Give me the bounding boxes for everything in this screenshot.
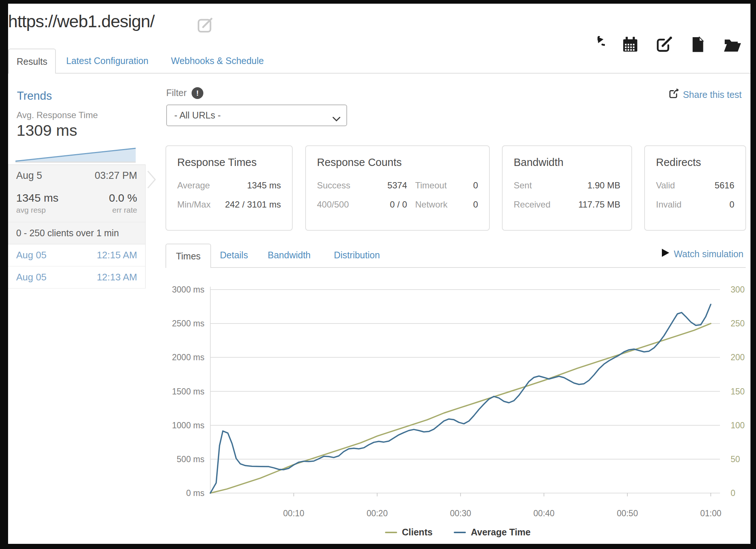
- svg-text:1500 ms: 1500 ms: [172, 387, 204, 396]
- svg-text:00:30: 00:30: [450, 509, 471, 518]
- tab-webhooks-schedule[interactable]: Webhooks & Schedule: [171, 49, 264, 73]
- watch-simulation-link[interactable]: Watch simulation: [662, 244, 743, 264]
- chevron-down-icon: [332, 113, 340, 124]
- clients-summary: 0 - 250 clients over 1 min: [8, 222, 146, 244]
- history-run-item[interactable]: Aug 05 12:13 AM: [8, 266, 146, 288]
- url-filter-select[interactable]: - All URLs -: [166, 105, 347, 126]
- stat-value: 5374: [356, 180, 407, 191]
- stat-value: 0: [730, 199, 734, 210]
- card-bandwidth: Bandwidth Sent 1.90 MB Received 117.75 M…: [502, 145, 632, 231]
- stat-value: 1.90 MB: [588, 180, 620, 191]
- main-tab-bar: Results Latest Configuration Webhooks & …: [8, 49, 750, 74]
- history-run-date: Aug 05: [16, 249, 46, 261]
- stat-value: 0: [451, 180, 478, 191]
- selected-run-date: Aug 5: [16, 170, 42, 181]
- avg-response-time-label: Avg. Response Time: [17, 110, 98, 120]
- history-run-item[interactable]: Aug 05 12:15 AM: [8, 244, 146, 266]
- history-run-time: 12:15 AM: [97, 249, 137, 261]
- legend-label: Average Time: [471, 527, 531, 538]
- svg-text:500 ms: 500 ms: [177, 454, 204, 464]
- stat-label: Timeout: [407, 180, 451, 191]
- svg-text:1000 ms: 1000 ms: [172, 421, 204, 430]
- stat-label: Invalid: [656, 199, 681, 210]
- edit-url-icon[interactable]: [197, 16, 214, 33]
- svg-text:00:20: 00:20: [367, 509, 388, 518]
- share-label: Share this test: [683, 89, 742, 100]
- history-run-time: 12:13 AM: [97, 272, 137, 283]
- svg-text:3000 ms: 3000 ms: [172, 285, 204, 294]
- svg-text:01:00: 01:00: [700, 509, 721, 518]
- stat-value: 0 / 0: [356, 199, 407, 210]
- history-run-date: Aug 05: [16, 272, 46, 283]
- legend-item-clients: Clients: [385, 527, 432, 538]
- card-title: Response Counts: [317, 156, 478, 169]
- stat-value: 117.75 MB: [578, 199, 620, 210]
- clients-legend-dash: [385, 532, 397, 533]
- chart-tab-times[interactable]: Times: [165, 244, 211, 268]
- svg-text:300: 300: [731, 285, 745, 294]
- tab-latest-configuration[interactable]: Latest Configuration: [66, 49, 149, 73]
- svg-text:150: 150: [731, 387, 745, 396]
- svg-text:0 ms: 0 ms: [186, 488, 204, 498]
- chart-tab-distribution[interactable]: Distribution: [334, 244, 380, 266]
- legend-item-average-time: Average Time: [454, 527, 531, 538]
- svg-text:00:50: 00:50: [617, 509, 638, 518]
- card-response-times: Response Times Average 1345 ms Min/Max 2…: [165, 145, 293, 231]
- legend-label: Clients: [402, 527, 432, 538]
- chart-tab-details[interactable]: Details: [220, 244, 248, 266]
- times-chart: 3000 ms2500 ms2000 ms1500 ms1000 ms500 m…: [165, 278, 750, 526]
- svg-text:00:40: 00:40: [534, 509, 555, 518]
- selected-run-avg-label: avg resp: [16, 206, 46, 215]
- selected-run-err-value: 0.0 %: [109, 192, 137, 204]
- card-title: Redirects: [656, 156, 734, 169]
- card-title: Bandwidth: [514, 156, 620, 169]
- svg-text:00:10: 00:10: [283, 509, 304, 518]
- stat-value: 1345 ms: [247, 180, 281, 191]
- chart-tab-bandwidth[interactable]: Bandwidth: [268, 244, 311, 266]
- average-time-legend-dash: [454, 532, 466, 533]
- play-icon: [662, 248, 670, 259]
- stat-value: 0: [451, 199, 478, 210]
- stat-label: 400/500: [317, 199, 356, 210]
- selected-run-chevron-icon: [147, 170, 156, 191]
- trend-sparkline: [15, 145, 136, 163]
- selected-run-err-label: err rate: [112, 206, 137, 215]
- chart-tab-bar: Times Details Bandwidth Distribution Wat…: [165, 244, 746, 268]
- svg-text:2500 ms: 2500 ms: [172, 319, 204, 328]
- card-title: Response Times: [177, 156, 281, 169]
- stat-label: Min/Max: [177, 199, 211, 210]
- selected-run-avg-value: 1345 ms: [16, 192, 58, 204]
- stat-label: Success: [317, 180, 356, 191]
- share-test-link[interactable]: Share this test: [669, 88, 742, 101]
- svg-text:2000 ms: 2000 ms: [172, 353, 204, 362]
- stat-label: Sent: [514, 180, 532, 191]
- tab-results[interactable]: Results: [8, 49, 56, 74]
- svg-text:250: 250: [731, 319, 745, 328]
- screen: https://web1.design/: [0, 0, 756, 549]
- filter-info-icon[interactable]: !: [192, 87, 203, 99]
- svg-text:200: 200: [731, 353, 745, 362]
- svg-text:100: 100: [731, 421, 745, 430]
- card-redirects: Redirects Valid 5616 Invalid 0: [644, 145, 746, 231]
- watch-simulation-label: Watch simulation: [674, 249, 743, 259]
- card-response-counts: Response Counts Success 5374 Timeout 0 4…: [305, 145, 490, 231]
- stat-value: 5616: [715, 180, 734, 191]
- average-time-line: [210, 304, 711, 493]
- stat-label: Valid: [656, 180, 675, 191]
- selected-run-item[interactable]: Aug 5 03:27 PM 1345 ms 0.0 % avg resp er…: [8, 164, 146, 222]
- url-filter-selected-option: - All URLs -: [174, 110, 221, 121]
- svg-text:0: 0: [731, 488, 735, 498]
- share-icon: [669, 88, 679, 101]
- svg-text:50: 50: [731, 454, 740, 464]
- page-title-url: https://web1.design/: [8, 11, 154, 31]
- stat-label: Average: [177, 180, 210, 191]
- selected-run-time: 03:27 PM: [94, 170, 137, 181]
- run-list: Aug 5 03:27 PM 1345 ms 0.0 % avg resp er…: [8, 164, 146, 288]
- trends-title: Trends: [17, 89, 52, 103]
- chart-legend: Clients Average Time: [165, 527, 750, 538]
- stat-label: Network: [407, 199, 451, 210]
- avg-response-time-value: 1309 ms: [17, 121, 77, 139]
- stat-label: Received: [514, 199, 550, 210]
- filter-label: Filter: [166, 88, 187, 98]
- stat-value: 242 / 3101 ms: [225, 199, 281, 210]
